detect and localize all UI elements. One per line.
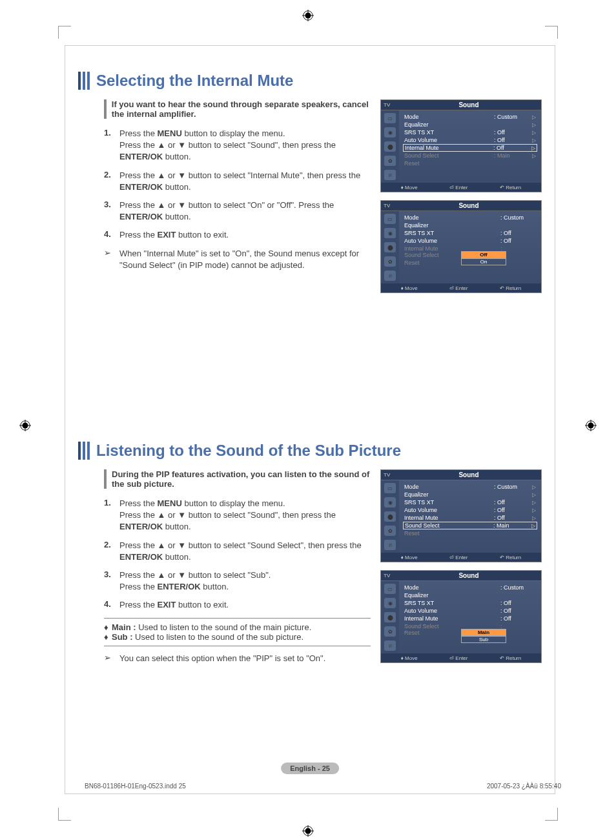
intro-bar-icon xyxy=(104,99,107,119)
chevron-right-icon: ▷ xyxy=(529,507,536,513)
note: ➢ You can select this option when the "P… xyxy=(104,653,371,664)
note-text: You can select this option when the "PIP… xyxy=(119,653,371,664)
chevron-right-icon: ▷ xyxy=(529,515,536,521)
picture-icon: ▭ xyxy=(384,113,396,123)
osd-item-label: Auto Volume xyxy=(404,238,500,244)
section-title: Listening to the Sound of the Sub Pictur… xyxy=(96,442,401,460)
step-text: Press the EXIT button to exit. xyxy=(119,599,371,611)
channel-icon: ⬤ xyxy=(384,242,396,252)
osd-item-label: SRS TS XT xyxy=(404,600,500,606)
osd-item-label: Equalizer xyxy=(404,222,536,229)
crop-mark-icon xyxy=(58,808,71,821)
setup-icon: ✿ xyxy=(384,626,396,637)
chevron-right-icon: ▷ xyxy=(529,114,536,120)
setup-icon: ✿ xyxy=(384,256,396,267)
osd-item-label: Reset xyxy=(404,530,536,537)
osd-footer-move: ♦ Move xyxy=(401,555,418,560)
bullet-icon: ♦ xyxy=(104,632,112,642)
step-number: 1. xyxy=(104,128,119,163)
osd-item-value: : Off xyxy=(500,615,536,622)
input-icon: ⎚ xyxy=(384,170,396,180)
osd-item-label: Mode xyxy=(404,114,494,120)
definition-main: Main : Used to listen to the sound of th… xyxy=(112,622,311,632)
osd-item-value: : Off xyxy=(494,499,529,506)
section-title: Selecting the Internal Mute xyxy=(96,72,293,90)
intro-bar-icon xyxy=(104,469,107,489)
osd-tv-label: TV xyxy=(384,472,399,478)
intro-text: During the PIP features activation, you … xyxy=(112,469,371,489)
crop-mark-icon xyxy=(58,26,71,39)
osd-footer-enter: ⏎ Enter xyxy=(449,555,467,560)
section-internal-mute: Selecting the Internal Mute If you want … xyxy=(78,72,542,293)
page-content: Selecting the Internal Mute If you want … xyxy=(65,45,555,794)
text-column: If you want to hear the sound through se… xyxy=(78,99,371,293)
sound-icon: ◉ xyxy=(384,228,396,238)
intro-text: If you want to hear the sound through se… xyxy=(112,99,371,119)
step-number: 2. xyxy=(104,170,119,193)
osd-item-label: Auto Volume xyxy=(404,507,494,513)
osd-item-value: : Off xyxy=(494,515,529,521)
crop-mark-icon xyxy=(545,26,558,39)
osd-footer-move: ♦ Move xyxy=(401,655,418,661)
osd-column: TV Sound ▭ ◉ ⬤ ✿ ⎚ Mode: Custom▷ xyxy=(380,99,542,293)
chevron-right-icon: ▷ xyxy=(529,500,536,506)
osd-item-value: : Custom xyxy=(500,214,536,221)
osd-item-label: SRS TS XT xyxy=(404,129,494,136)
osd-item-value: : Off xyxy=(494,507,529,513)
step-text: Press the ▲ or ▼ button to select "Sound… xyxy=(119,540,371,563)
osd-footer-move: ♦ Move xyxy=(401,285,418,291)
osd-item-value: : Off xyxy=(494,137,529,143)
osd-item-value: : Off xyxy=(500,238,536,244)
osd-sidebar-icons: ▭ ◉ ⬤ ✿ ⎚ xyxy=(381,581,399,653)
osd-menu-title: Sound xyxy=(399,572,539,579)
osd-item-label: SRS TS XT xyxy=(404,230,500,236)
osd-item-value: : Custom xyxy=(500,584,536,591)
osd-sidebar-icons: ▭ ◉ ⬤ ✿ ⎚ xyxy=(381,211,399,283)
picture-icon: ▭ xyxy=(384,483,396,493)
osd-sound-menu: TV Sound ▭ ◉ ⬤ ✿ ⎚ Mode: Custom▷ xyxy=(380,469,542,562)
picture-icon: ▭ xyxy=(384,584,396,594)
osd-item-label: Mode xyxy=(404,484,494,490)
osd-item-value: : Main xyxy=(494,152,529,159)
osd-item-label: Mode xyxy=(404,584,500,591)
definitions-box: ♦Main : Used to listen to the sound of t… xyxy=(104,618,371,646)
step-number: 3. xyxy=(104,569,119,593)
footer-meta: BN68-01186H-01Eng-0523.indd 25 2007-05-2… xyxy=(78,783,568,790)
chevron-right-icon: ▷ xyxy=(529,153,536,159)
title-bars-icon xyxy=(78,442,91,460)
osd-footer-enter: ⏎ Enter xyxy=(449,285,467,291)
osd-item-value: : Off xyxy=(500,600,536,606)
section-title-bar: Selecting the Internal Mute xyxy=(78,72,542,90)
registration-mark-icon xyxy=(585,420,597,431)
chevron-right-icon: ▷ xyxy=(529,145,535,151)
osd-item-label: Internal Mute xyxy=(404,515,494,521)
registration-mark-icon xyxy=(302,825,314,837)
footer-timestamp: 2007-05-23 ¿ÀÀü 8:55:40 xyxy=(487,783,561,790)
step-text: Press the MENU button to display the men… xyxy=(119,128,371,163)
step-number: 4. xyxy=(104,229,119,241)
osd-tv-label: TV xyxy=(384,102,399,108)
osd-item-value: : Main xyxy=(493,522,529,529)
osd-footer-return: ↶ Return xyxy=(500,285,521,291)
osd-item-value: : Custom xyxy=(494,114,529,120)
osd-column: TV Sound ▭ ◉ ⬤ ✿ ⎚ Mode: Custom▷ xyxy=(380,469,542,670)
osd-item-label: Sound Select xyxy=(405,522,493,529)
text-column: During the PIP features activation, you … xyxy=(78,469,371,670)
osd-dropdown-options: Main Sub xyxy=(461,629,506,643)
picture-icon: ▭ xyxy=(384,214,396,224)
osd-item-value: : Off xyxy=(500,230,536,236)
steps-list: 1. Press the MENU button to display the … xyxy=(104,498,371,611)
section-sub-picture-sound: Listening to the Sound of the Sub Pictur… xyxy=(78,442,542,670)
osd-item-label: Sound Select xyxy=(404,152,494,159)
setup-icon: ✿ xyxy=(384,526,396,536)
input-icon: ⎚ xyxy=(384,640,396,651)
registration-mark-icon xyxy=(302,10,314,21)
osd-sound-menu: TV Sound ▭ ◉ ⬤ ✿ ⎚ Mode: Custom▷ xyxy=(380,99,542,192)
step-number: 2. xyxy=(104,540,119,563)
osd-item-label: Auto Volume xyxy=(404,137,494,143)
footer-filename: BN68-01186H-01Eng-0523.indd 25 xyxy=(85,783,186,790)
note: ➢ When "Internal Mute" is set to "On", t… xyxy=(104,248,371,271)
osd-item-label: Internal Mute xyxy=(404,615,500,622)
osd-item-value: : Off xyxy=(494,129,529,136)
note-arrow-icon: ➢ xyxy=(104,248,119,271)
